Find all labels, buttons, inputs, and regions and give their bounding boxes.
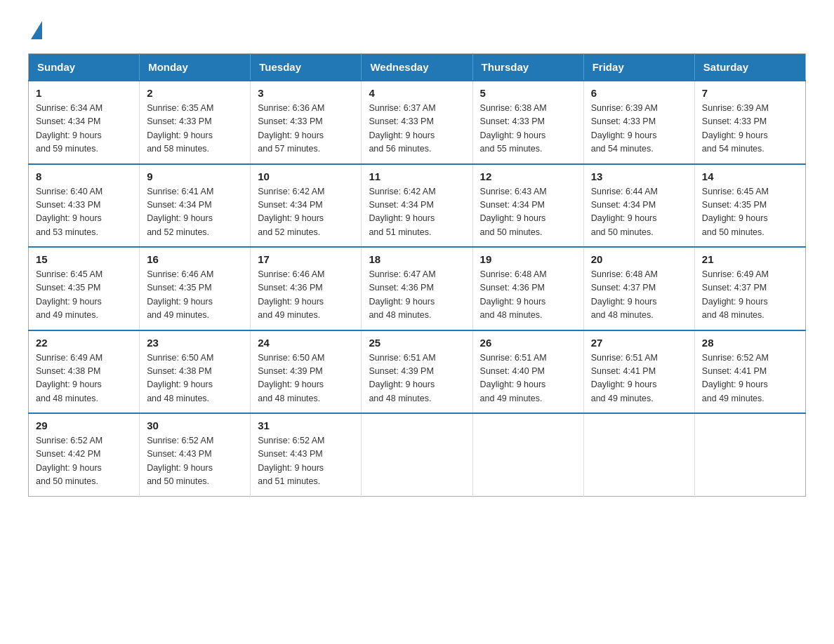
day-info: Sunrise: 6:37 AMSunset: 4:33 PMDaylight:… bbox=[369, 102, 465, 156]
day-info: Sunrise: 6:39 AMSunset: 4:33 PMDaylight:… bbox=[702, 102, 798, 156]
day-info: Sunrise: 6:42 AMSunset: 4:34 PMDaylight:… bbox=[369, 185, 465, 240]
weekday-header-thursday: Thursday bbox=[472, 54, 583, 81]
calendar-cell: 27 Sunrise: 6:51 AMSunset: 4:41 PMDaylig… bbox=[583, 330, 694, 414]
day-number: 18 bbox=[369, 253, 465, 265]
day-info: Sunrise: 6:52 AMSunset: 4:43 PMDaylight:… bbox=[147, 434, 243, 489]
day-number: 1 bbox=[36, 87, 132, 99]
weekday-header-tuesday: Tuesday bbox=[251, 54, 362, 81]
day-info: Sunrise: 6:35 AMSunset: 4:33 PMDaylight:… bbox=[147, 102, 243, 156]
calendar-cell: 12 Sunrise: 6:43 AMSunset: 4:34 PMDaylig… bbox=[472, 164, 583, 248]
calendar-cell: 11 Sunrise: 6:42 AMSunset: 4:34 PMDaylig… bbox=[362, 164, 472, 248]
day-info: Sunrise: 6:52 AMSunset: 4:41 PMDaylight:… bbox=[702, 351, 798, 406]
day-number: 31 bbox=[258, 420, 354, 431]
calendar-cell: 7 Sunrise: 6:39 AMSunset: 4:33 PMDayligh… bbox=[694, 81, 805, 164]
day-info: Sunrise: 6:44 AMSunset: 4:34 PMDaylight:… bbox=[591, 185, 687, 240]
day-info: Sunrise: 6:46 AMSunset: 4:36 PMDaylight:… bbox=[258, 268, 354, 323]
calendar-cell: 21 Sunrise: 6:49 AMSunset: 4:37 PMDaylig… bbox=[694, 247, 805, 330]
calendar-cell: 22 Sunrise: 6:49 AMSunset: 4:38 PMDaylig… bbox=[29, 330, 140, 414]
calendar-cell: 30 Sunrise: 6:52 AMSunset: 4:43 PMDaylig… bbox=[140, 413, 251, 496]
weekday-header-saturday: Saturday bbox=[694, 54, 805, 81]
day-number: 16 bbox=[147, 253, 243, 265]
calendar-cell: 6 Sunrise: 6:39 AMSunset: 4:33 PMDayligh… bbox=[583, 81, 694, 164]
calendar-week-row: 22 Sunrise: 6:49 AMSunset: 4:38 PMDaylig… bbox=[29, 330, 806, 414]
calendar-cell: 31 Sunrise: 6:52 AMSunset: 4:43 PMDaylig… bbox=[251, 413, 362, 496]
day-number: 15 bbox=[36, 253, 132, 265]
calendar-week-row: 8 Sunrise: 6:40 AMSunset: 4:33 PMDayligh… bbox=[29, 164, 806, 248]
day-info: Sunrise: 6:48 AMSunset: 4:37 PMDaylight:… bbox=[591, 268, 687, 323]
day-number: 27 bbox=[591, 337, 687, 349]
day-number: 11 bbox=[369, 170, 465, 182]
day-number: 17 bbox=[258, 253, 354, 265]
day-number: 9 bbox=[147, 170, 243, 182]
day-info: Sunrise: 6:45 AMSunset: 4:35 PMDaylight:… bbox=[702, 185, 798, 240]
calendar-cell: 8 Sunrise: 6:40 AMSunset: 4:33 PMDayligh… bbox=[29, 164, 140, 248]
calendar-cell: 4 Sunrise: 6:37 AMSunset: 4:33 PMDayligh… bbox=[362, 81, 472, 164]
calendar-week-row: 1 Sunrise: 6:34 AMSunset: 4:34 PMDayligh… bbox=[29, 81, 806, 164]
calendar-cell: 19 Sunrise: 6:48 AMSunset: 4:36 PMDaylig… bbox=[472, 247, 583, 330]
day-number: 19 bbox=[480, 253, 576, 265]
day-number: 21 bbox=[702, 253, 798, 265]
day-info: Sunrise: 6:50 AMSunset: 4:38 PMDaylight:… bbox=[147, 351, 243, 406]
calendar-cell: 1 Sunrise: 6:34 AMSunset: 4:34 PMDayligh… bbox=[29, 81, 140, 164]
calendar-cell: 16 Sunrise: 6:46 AMSunset: 4:35 PMDaylig… bbox=[140, 247, 251, 330]
day-number: 26 bbox=[480, 337, 576, 349]
day-info: Sunrise: 6:45 AMSunset: 4:35 PMDaylight:… bbox=[36, 268, 132, 323]
day-number: 5 bbox=[480, 87, 576, 99]
calendar-cell: 18 Sunrise: 6:47 AMSunset: 4:36 PMDaylig… bbox=[362, 247, 472, 330]
day-info: Sunrise: 6:34 AMSunset: 4:34 PMDaylight:… bbox=[36, 102, 132, 156]
calendar-cell: 20 Sunrise: 6:48 AMSunset: 4:37 PMDaylig… bbox=[583, 247, 694, 330]
calendar-cell bbox=[472, 413, 583, 496]
day-info: Sunrise: 6:40 AMSunset: 4:33 PMDaylight:… bbox=[36, 185, 132, 240]
day-number: 23 bbox=[147, 337, 243, 349]
weekday-header-row: SundayMondayTuesdayWednesdayThursdayFrid… bbox=[29, 54, 806, 81]
calendar-week-row: 15 Sunrise: 6:45 AMSunset: 4:35 PMDaylig… bbox=[29, 247, 806, 330]
day-info: Sunrise: 6:39 AMSunset: 4:33 PMDaylight:… bbox=[591, 102, 687, 156]
day-info: Sunrise: 6:41 AMSunset: 4:34 PMDaylight:… bbox=[147, 185, 243, 240]
calendar-cell bbox=[694, 413, 805, 496]
day-info: Sunrise: 6:43 AMSunset: 4:34 PMDaylight:… bbox=[480, 185, 576, 240]
day-number: 7 bbox=[702, 87, 798, 99]
calendar-week-row: 29 Sunrise: 6:52 AMSunset: 4:42 PMDaylig… bbox=[29, 413, 806, 496]
calendar-cell: 28 Sunrise: 6:52 AMSunset: 4:41 PMDaylig… bbox=[694, 330, 805, 414]
logo-triangle-icon bbox=[31, 21, 42, 39]
calendar-cell bbox=[583, 413, 694, 496]
weekday-header-sunday: Sunday bbox=[29, 54, 140, 81]
calendar-cell: 24 Sunrise: 6:50 AMSunset: 4:39 PMDaylig… bbox=[251, 330, 362, 414]
day-info: Sunrise: 6:51 AMSunset: 4:39 PMDaylight:… bbox=[369, 351, 465, 406]
day-number: 20 bbox=[591, 253, 687, 265]
weekday-header-friday: Friday bbox=[583, 54, 694, 81]
calendar-cell: 13 Sunrise: 6:44 AMSunset: 4:34 PMDaylig… bbox=[583, 164, 694, 248]
day-number: 3 bbox=[258, 87, 354, 99]
day-info: Sunrise: 6:47 AMSunset: 4:36 PMDaylight:… bbox=[369, 268, 465, 323]
calendar-cell: 29 Sunrise: 6:52 AMSunset: 4:42 PMDaylig… bbox=[29, 413, 140, 496]
day-info: Sunrise: 6:52 AMSunset: 4:42 PMDaylight:… bbox=[36, 434, 132, 489]
day-number: 13 bbox=[591, 170, 687, 182]
day-info: Sunrise: 6:48 AMSunset: 4:36 PMDaylight:… bbox=[480, 268, 576, 323]
calendar-cell: 26 Sunrise: 6:51 AMSunset: 4:40 PMDaylig… bbox=[472, 330, 583, 414]
logo bbox=[28, 21, 42, 39]
page-header bbox=[28, 21, 806, 39]
day-number: 25 bbox=[369, 337, 465, 349]
calendar-cell: 5 Sunrise: 6:38 AMSunset: 4:33 PMDayligh… bbox=[472, 81, 583, 164]
calendar-cell: 2 Sunrise: 6:35 AMSunset: 4:33 PMDayligh… bbox=[140, 81, 251, 164]
day-info: Sunrise: 6:42 AMSunset: 4:34 PMDaylight:… bbox=[258, 185, 354, 240]
day-number: 12 bbox=[480, 170, 576, 182]
calendar-cell: 9 Sunrise: 6:41 AMSunset: 4:34 PMDayligh… bbox=[140, 164, 251, 248]
day-number: 29 bbox=[36, 420, 132, 431]
day-info: Sunrise: 6:49 AMSunset: 4:37 PMDaylight:… bbox=[702, 268, 798, 323]
day-number: 22 bbox=[36, 337, 132, 349]
day-number: 28 bbox=[702, 337, 798, 349]
weekday-header-wednesday: Wednesday bbox=[362, 54, 472, 81]
calendar-cell: 23 Sunrise: 6:50 AMSunset: 4:38 PMDaylig… bbox=[140, 330, 251, 414]
day-info: Sunrise: 6:51 AMSunset: 4:40 PMDaylight:… bbox=[480, 351, 576, 406]
day-number: 4 bbox=[369, 87, 465, 99]
calendar-cell: 17 Sunrise: 6:46 AMSunset: 4:36 PMDaylig… bbox=[251, 247, 362, 330]
calendar-cell: 10 Sunrise: 6:42 AMSunset: 4:34 PMDaylig… bbox=[251, 164, 362, 248]
day-info: Sunrise: 6:36 AMSunset: 4:33 PMDaylight:… bbox=[258, 102, 354, 156]
calendar-cell: 25 Sunrise: 6:51 AMSunset: 4:39 PMDaylig… bbox=[362, 330, 472, 414]
day-number: 2 bbox=[147, 87, 243, 99]
day-info: Sunrise: 6:52 AMSunset: 4:43 PMDaylight:… bbox=[258, 434, 354, 489]
day-info: Sunrise: 6:46 AMSunset: 4:35 PMDaylight:… bbox=[147, 268, 243, 323]
calendar-cell: 15 Sunrise: 6:45 AMSunset: 4:35 PMDaylig… bbox=[29, 247, 140, 330]
weekday-header-monday: Monday bbox=[140, 54, 251, 81]
